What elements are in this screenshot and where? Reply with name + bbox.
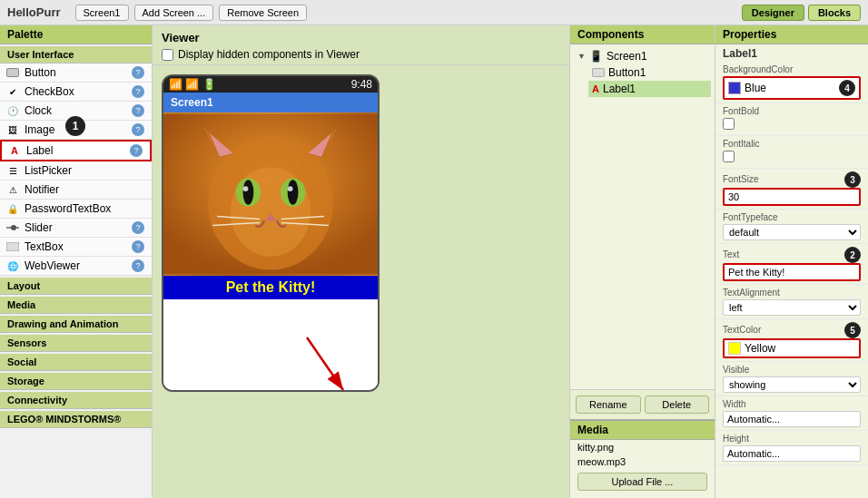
bgcolor-swatch: [728, 82, 741, 94]
tree-item-screen1[interactable]: ▼ 📱 Screen1: [574, 48, 711, 64]
height-input[interactable]: [723, 445, 861, 462]
webviewer-icon: 🌐: [5, 259, 20, 273]
tree-item-label1[interactable]: A Label1: [588, 81, 711, 97]
help-icon-button[interactable]: ?: [132, 66, 144, 79]
cat-image: [163, 112, 378, 276]
svg-point-17: [243, 180, 254, 205]
checkbox-icon: ✔: [5, 84, 20, 99]
palette-item-notifier[interactable]: ⚠ Notifier: [0, 181, 152, 200]
textcolor-value: Yellow: [745, 342, 775, 355]
palette-label-listpicker: ListPicker: [25, 164, 72, 177]
blocks-button[interactable]: Blocks: [808, 5, 861, 21]
palette-section-connectivity[interactable]: Connectivity: [0, 392, 152, 409]
svg-point-19: [243, 186, 249, 191]
top-bar-right: Designer Blocks: [742, 5, 861, 21]
add-screen-button[interactable]: Add Screen ...: [134, 5, 214, 21]
svg-rect-1: [7, 69, 18, 76]
help-icon-clock[interactable]: ?: [132, 104, 144, 117]
palette-section-storage[interactable]: Storage: [0, 373, 152, 390]
upload-button[interactable]: Upload File ...: [577, 473, 707, 491]
palette-item-button[interactable]: Button ?: [0, 63, 152, 83]
palette-section-lego[interactable]: LEGO® MINDSTORMS®: [0, 411, 152, 428]
prop-height: Height: [715, 431, 868, 465]
viewer-title: Viewer: [162, 31, 560, 44]
palette-item-image[interactable]: 🖼 Image ?: [0, 121, 152, 140]
textcolor-row: Yellow: [723, 338, 861, 358]
prop-visible: Visible showing: [715, 362, 868, 396]
prop-fontbold: FontBold: [715, 103, 868, 136]
prop-textcolor: TextColor 5 Yellow: [715, 319, 868, 362]
palette-label-slider: Slider: [25, 221, 53, 234]
phone-label: Pet the Kitty!: [163, 276, 378, 299]
hidden-components-checkbox[interactable]: [162, 49, 173, 61]
width-input[interactable]: [723, 411, 861, 427]
delete-button[interactable]: Delete: [645, 395, 710, 414]
remove-screen-button[interactable]: Remove Screen: [219, 5, 307, 21]
media-title: Media: [570, 421, 715, 440]
prop-fontsize: FontSize 3: [715, 169, 868, 210]
help-icon-image[interactable]: ?: [132, 123, 144, 136]
fonttypeface-select[interactable]: default: [723, 224, 861, 240]
designer-button[interactable]: Designer: [742, 5, 804, 21]
palette-label-notifier: Notifier: [25, 183, 59, 196]
listpicker-icon: ☰: [5, 163, 20, 178]
help-icon-textbox[interactable]: ?: [132, 240, 144, 253]
palette-label-label: Label: [26, 144, 53, 157]
palette-section-media[interactable]: Media: [0, 297, 152, 314]
svg-rect-4: [6, 242, 19, 251]
fontsize-input[interactable]: [723, 188, 861, 206]
properties-panel: Properties Label1 BackgroundColor Blue 4…: [715, 25, 868, 498]
fontitalic-checkbox[interactable]: [723, 151, 735, 162]
palette-item-checkbox[interactable]: ✔ CheckBox ?: [0, 83, 152, 102]
viewer-canvas: 📶 📶 🔋 9:48 Screen1: [153, 65, 569, 498]
help-icon-webviewer[interactable]: ?: [132, 259, 144, 272]
palette-section-social[interactable]: Social: [0, 354, 152, 371]
main-layout: Palette User Interface Button ? ✔ CheckB…: [0, 25, 868, 498]
palette-item-textbox[interactable]: TextBox ?: [0, 238, 152, 257]
bgcolor-value: Blue: [745, 82, 766, 94]
palette-panel: Palette User Interface Button ? ✔ CheckB…: [0, 25, 153, 498]
textalignment-select[interactable]: left: [723, 299, 861, 316]
svg-point-3: [11, 225, 16, 230]
palette-title: Palette: [0, 25, 152, 44]
badge-4: 4: [839, 80, 855, 96]
top-bar: HelloPurr Screen1 Add Screen ... Remove …: [0, 0, 868, 25]
tree-item-button1[interactable]: Button1: [588, 64, 711, 81]
help-icon-label[interactable]: ?: [130, 144, 143, 157]
media-item-kitty[interactable]: kitty.png: [570, 440, 715, 454]
palette-label-passwordtextbox: PasswordTextBox: [25, 202, 111, 215]
help-icon-slider[interactable]: ?: [132, 221, 144, 234]
badge-2: 2: [844, 247, 861, 263]
phone-mockup: 📶 📶 🔋 9:48 Screen1: [162, 74, 380, 392]
tree-label-screen1: Screen1: [607, 50, 647, 63]
palette-section-sensors[interactable]: Sensors: [0, 335, 152, 352]
help-icon-checkbox[interactable]: ?: [132, 85, 144, 98]
palette-item-webviewer[interactable]: 🌐 WebViewer ?: [0, 257, 152, 276]
palette-item-clock[interactable]: 🕐 Clock ?: [0, 102, 152, 121]
visible-select[interactable]: showing: [723, 376, 861, 393]
phone-screen-title: Screen1: [163, 93, 378, 112]
components-title: Components: [570, 25, 715, 44]
fontbold-checkbox[interactable]: [723, 118, 735, 130]
tree-collapse-icon: ▼: [577, 52, 586, 61]
notifier-icon: ⚠: [5, 182, 20, 197]
palette-item-slider[interactable]: Slider ?: [0, 219, 152, 238]
palette-section-drawing[interactable]: Drawing and Animation: [0, 316, 152, 333]
label-icon: A: [7, 143, 22, 158]
palette-section-layout[interactable]: Layout: [0, 278, 152, 295]
palette-item-passwordtextbox[interactable]: 🔒 PasswordTextBox: [0, 200, 152, 219]
passwordtextbox-icon: 🔒: [5, 201, 20, 216]
screen-dropdown[interactable]: Screen1: [75, 5, 129, 21]
rename-button[interactable]: Rename: [576, 395, 641, 414]
button1-icon: [592, 68, 605, 77]
palette-item-label[interactable]: A Label ?: [0, 140, 152, 161]
media-item-meow[interactable]: meow.mp3: [570, 454, 715, 469]
palette-label-webviewer: WebViewer: [25, 259, 80, 272]
palette-item-listpicker[interactable]: ☰ ListPicker: [0, 161, 152, 181]
prop-text: Text 2: [715, 244, 868, 285]
svg-rect-29: [593, 69, 604, 76]
text-input[interactable]: [723, 263, 861, 281]
prop-fonttypeface: FontTypeface default: [715, 210, 868, 244]
components-buttons: Rename Delete: [570, 389, 715, 419]
phone-screen: Screen1: [163, 93, 378, 390]
